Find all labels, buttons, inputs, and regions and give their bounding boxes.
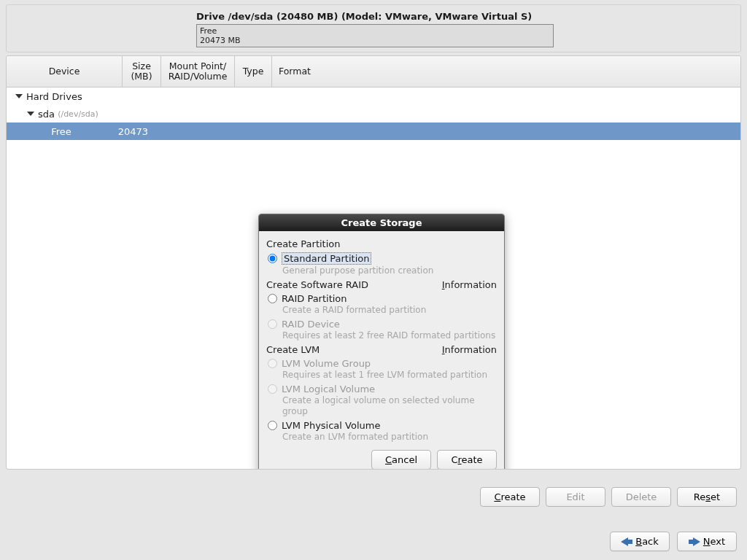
label-lvm-pv: LVM Physical Volume [282, 420, 380, 431]
label-raid-partition: RAID Partition [282, 293, 347, 304]
col-size[interactable]: Size (MB) [123, 56, 161, 87]
radio-raid-partition[interactable] [268, 294, 277, 303]
dialog-title: Create Storage [259, 214, 504, 231]
drive-title: Drive /dev/sda (20480 MB) (Model: VMware… [196, 11, 733, 22]
label-lvm-lv: LVM Logical Volume [282, 384, 375, 394]
col-device[interactable]: Device [7, 56, 123, 87]
delete-button: Delete [611, 487, 671, 507]
action-row: Create Edit Delete Reset [0, 487, 747, 507]
disk-name: sda [38, 109, 55, 120]
disk-path: (/dev/sda) [58, 109, 98, 119]
lvm-information-link[interactable]: Information [442, 344, 497, 355]
tree-disk-row[interactable]: sda (/dev/sda) [7, 105, 740, 122]
opt-lvm-physical-volume[interactable]: LVM Physical Volume [266, 420, 497, 431]
drive-block-label: Free [200, 26, 550, 36]
radio-lvm-lv [268, 384, 277, 394]
radio-raid-device [268, 319, 277, 329]
create-storage-dialog: Create Storage Create Partition Standard… [258, 214, 505, 470]
tree-root-row[interactable]: Hard Drives [7, 88, 740, 105]
hint-raid-partition: Create a RAID formated partition [266, 305, 497, 316]
hint-standard-partition: General purpose partition creation [266, 265, 497, 276]
partition-table: Device Size (MB) Mount Point/ RAID/Volum… [6, 55, 741, 470]
col-type[interactable]: Type [235, 56, 272, 87]
hint-raid-device: Requires at least 2 free RAID formated p… [266, 330, 497, 341]
drive-block-size: 20473 MB [200, 36, 550, 45]
nav-row: Back Next [0, 532, 747, 551]
section-create-lvm: Create LVM [266, 344, 320, 355]
opt-lvm-logical-volume: LVM Logical Volume [266, 384, 497, 394]
opt-raid-device: RAID Device [266, 319, 497, 330]
next-button[interactable]: Next [677, 532, 737, 551]
tree-root-label: Hard Drives [26, 91, 82, 102]
hint-lvm-lv: Create a logical volume on selected volu… [266, 395, 497, 417]
edit-button: Edit [546, 487, 605, 507]
arrow-right-icon [689, 537, 700, 546]
section-create-partition: Create Partition [266, 238, 497, 249]
create-button[interactable]: Create [480, 487, 540, 507]
label-raid-device: RAID Device [282, 319, 340, 330]
raid-information-link[interactable]: Information [442, 279, 497, 290]
expand-icon[interactable] [27, 112, 34, 116]
drive-visual-block[interactable]: Free 20473 MB [196, 24, 554, 47]
dialog-create-button[interactable]: Create [437, 450, 497, 470]
radio-standard-partition[interactable] [268, 254, 277, 263]
radio-lvm-pv[interactable] [268, 421, 277, 430]
free-size: 20473 [116, 126, 150, 137]
label-lvm-vg: LVM Volume Group [282, 358, 371, 369]
col-format[interactable]: Format [272, 56, 317, 87]
expand-icon[interactable] [15, 94, 23, 98]
dialog-cancel-button[interactable]: Cancel [371, 450, 431, 470]
reset-button[interactable]: Reset [677, 487, 737, 507]
arrow-left-icon [621, 537, 632, 546]
drive-header: Drive /dev/sda (20480 MB) (Model: VMware… [6, 4, 741, 52]
free-label: Free [7, 126, 116, 137]
opt-raid-partition[interactable]: RAID Partition [266, 293, 497, 304]
hint-lvm-vg: Requires at least 1 free LVM formated pa… [266, 370, 497, 381]
back-button[interactable]: Back [610, 532, 670, 551]
radio-lvm-vg [268, 359, 277, 368]
tree-free-row[interactable]: Free 20473 [7, 122, 740, 140]
table-header: Device Size (MB) Mount Point/ RAID/Volum… [7, 56, 740, 88]
opt-lvm-volume-group: LVM Volume Group [266, 358, 497, 369]
col-mount[interactable]: Mount Point/ RAID/Volume [161, 56, 235, 87]
hint-lvm-pv: Create an LVM formated partition [266, 432, 497, 443]
opt-standard-partition[interactable]: Standard Partition [266, 252, 497, 265]
section-software-raid: Create Software RAID [266, 279, 368, 290]
label-standard-partition: Standard Partition [282, 252, 371, 265]
